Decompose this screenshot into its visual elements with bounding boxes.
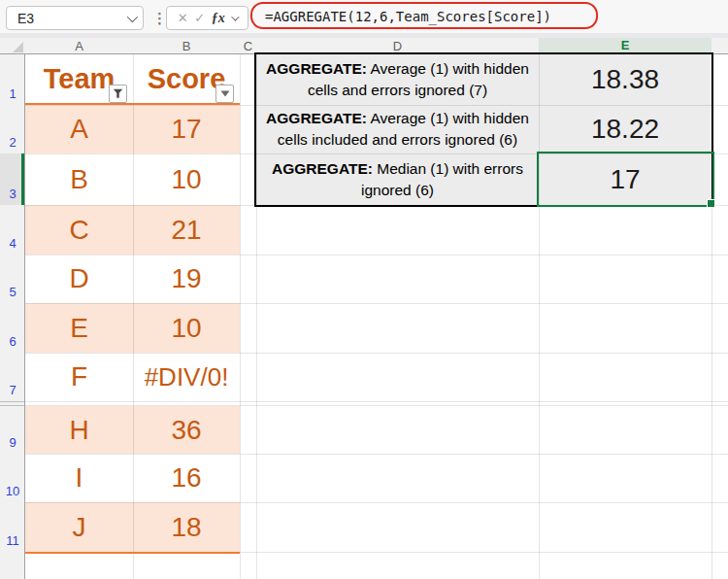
chevron-down-icon[interactable] bbox=[127, 11, 138, 21]
column-header-F[interactable] bbox=[711, 38, 728, 54]
filter-dropdown-icon bbox=[220, 90, 230, 97]
row-header-5[interactable]: 5 bbox=[0, 255, 25, 303]
annotation-text: Median (1) with errors ignored (6) bbox=[361, 160, 523, 198]
worksheet-grid: 1 2 3 4 5 6 7 9 10 11 A B C D E bbox=[0, 38, 728, 579]
table-bottom-border bbox=[25, 552, 240, 554]
cell-D3[interactable]: AGGREGATE: Median (1) with errors ignore… bbox=[256, 153, 539, 205]
gridline bbox=[240, 552, 728, 553]
gridline bbox=[711, 54, 712, 579]
annotation-bold: AGGREGATE: bbox=[272, 160, 373, 177]
cell-D2[interactable]: AGGREGATE: Average (1) with hidden cells… bbox=[256, 105, 539, 153]
excel-window: E3 ⋮ ✕ ✓ ƒx =AGGREGATE(12,6,Team_Scores[… bbox=[0, 0, 728, 579]
cell-A5[interactable]: D bbox=[25, 255, 133, 303]
gridline bbox=[240, 54, 241, 579]
gridline bbox=[25, 401, 728, 402]
cancel-icon[interactable]: ✕ bbox=[178, 12, 188, 24]
cell-E1[interactable]: 18.38 bbox=[539, 54, 711, 105]
formula-buttons-group: ✕ ✓ ƒx bbox=[166, 6, 248, 30]
annotation-bold: AGGREGATE: bbox=[266, 110, 367, 126]
row-header-10[interactable]: 10 bbox=[0, 454, 25, 502]
cell-B6[interactable]: 10 bbox=[133, 303, 240, 353]
column-header-A[interactable]: A bbox=[25, 38, 133, 54]
cell-D1[interactable]: AGGREGATE: Average (1) with hidden cells… bbox=[256, 54, 539, 105]
funnel-filter-icon bbox=[113, 88, 123, 99]
cell-A4[interactable]: C bbox=[25, 205, 133, 255]
filter-button-team[interactable] bbox=[109, 85, 127, 103]
cell-A3[interactable]: B bbox=[25, 153, 133, 205]
annotation-bold: AGGREGATE: bbox=[266, 60, 367, 77]
row-header-9[interactable]: 9 bbox=[0, 406, 25, 454]
name-box[interactable]: E3 bbox=[6, 6, 144, 30]
cell-B9[interactable]: 36 bbox=[133, 406, 240, 454]
cell-B5[interactable]: 19 bbox=[133, 255, 240, 303]
cell-B4[interactable]: 21 bbox=[133, 205, 240, 255]
formula-bar: E3 ⋮ ✕ ✓ ƒx =AGGREGATE(12,6,Team_Scores[… bbox=[0, 0, 728, 33]
cell-A2[interactable]: A bbox=[25, 105, 133, 153]
select-all-icon bbox=[13, 42, 23, 52]
column-header-B[interactable]: B bbox=[133, 38, 240, 54]
red-annotation-box bbox=[250, 2, 598, 29]
more-options-icon[interactable]: ⋮ bbox=[152, 6, 167, 30]
row-header-4[interactable]: 4 bbox=[0, 205, 25, 255]
column-header-C[interactable]: C bbox=[240, 38, 256, 54]
cell-A9[interactable]: H bbox=[25, 406, 133, 454]
cell-B3[interactable]: 10 bbox=[133, 153, 240, 205]
column-header-D[interactable]: D bbox=[256, 38, 539, 54]
cell-A6[interactable]: E bbox=[25, 303, 133, 353]
cell-B10[interactable]: 16 bbox=[133, 454, 240, 502]
hidden-row-indicator bbox=[0, 401, 25, 402]
cell-A11[interactable]: J bbox=[25, 502, 133, 552]
enter-icon[interactable]: ✓ bbox=[194, 12, 205, 24]
insert-function-icon[interactable]: ƒx bbox=[212, 11, 225, 26]
select-all-corner[interactable] bbox=[0, 38, 25, 54]
cell-B11[interactable]: 18 bbox=[133, 502, 240, 552]
column-header-E[interactable]: E bbox=[539, 38, 711, 54]
chevron-down-icon[interactable] bbox=[231, 13, 239, 20]
cell-A10[interactable]: I bbox=[25, 454, 133, 502]
cell-E2[interactable]: 18.22 bbox=[539, 105, 711, 153]
row-header-1[interactable]: 1 bbox=[0, 54, 25, 105]
row-header-7[interactable]: 7 bbox=[0, 353, 25, 401]
fill-handle[interactable] bbox=[707, 199, 715, 208]
hidden-row-indicator bbox=[0, 405, 25, 406]
filter-button-score[interactable] bbox=[215, 85, 234, 103]
row-header-2[interactable]: 2 bbox=[0, 105, 25, 153]
row-header-11[interactable]: 11 bbox=[0, 502, 25, 552]
cell-A7[interactable]: F bbox=[25, 353, 133, 401]
row-header-6[interactable]: 6 bbox=[0, 303, 25, 353]
name-box-value: E3 bbox=[17, 11, 127, 26]
cell-B7-error[interactable]: #DIV/0! bbox=[133, 353, 240, 401]
selection-border bbox=[537, 152, 714, 207]
cell-B2[interactable]: 17 bbox=[133, 105, 240, 153]
